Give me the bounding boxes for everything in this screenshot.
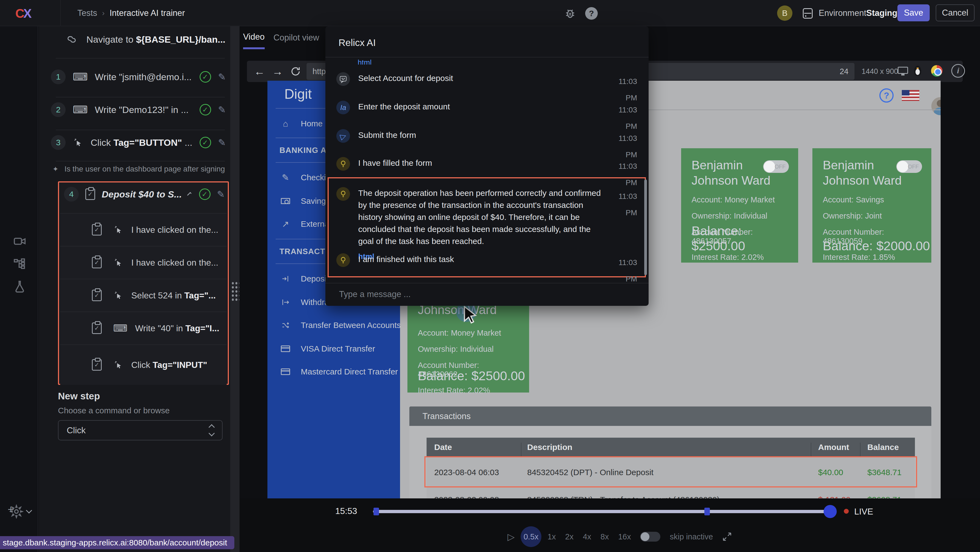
bank-nav-visa[interactable]: VISA Direct Transfer [267, 340, 400, 357]
timeline-marker[interactable] [374, 508, 379, 515]
clipboard-check-icon: ✓ [92, 290, 102, 301]
environment-value[interactable]: Staging [866, 0, 897, 26]
tx-description: 845320368 (TRN) - Transfer to Account (4… [527, 495, 720, 498]
breadcrumb-current: Interactive AI trainer [110, 8, 185, 18]
deposit-icon [280, 274, 291, 283]
speed-16x[interactable]: 16x [618, 532, 631, 541]
edit-icon[interactable]: ✎ [217, 189, 225, 200]
environment-icon [803, 8, 813, 19]
bank-user-avatar[interactable] [931, 97, 940, 115]
info-icon[interactable]: i [951, 64, 965, 78]
edit-icon[interactable]: ✎ [218, 104, 226, 115]
monitor-icon [898, 67, 908, 74]
col-date: Date [434, 443, 452, 452]
toggle-label: OFF [775, 164, 786, 170]
step-group-title: Deposit $40 to S... [102, 189, 182, 200]
interest-rate: Interest Rate: 2.02% [418, 386, 519, 395]
speed-0-5x[interactable]: 0.5x [520, 526, 541, 547]
chat-scrollbar[interactable] [644, 179, 647, 275]
speed-2x[interactable]: 2x [565, 532, 574, 541]
shuffle-icon [280, 321, 291, 329]
keyboard-icon: ⌨ [73, 71, 88, 83]
toggle-knob [764, 161, 775, 172]
camera-icon[interactable] [13, 234, 27, 248]
help-icon[interactable]: ? [585, 7, 598, 20]
check-glyph: ✓ [94, 361, 99, 369]
chat-input[interactable]: Type a message ... [339, 289, 411, 299]
speed-1x[interactable]: 1x [547, 532, 556, 541]
speed-8x[interactable]: 8x [600, 532, 609, 541]
bank-nav-mastercard[interactable]: Mastercard Direct Transfer [267, 363, 400, 380]
message-text: Submit the form [358, 129, 604, 143]
substep-row-3[interactable]: ✓ Select 524 in Tag="... [60, 279, 227, 311]
transaction-row[interactable]: 2023-08-03 00:08 845320368 (TRN) - Trans… [426, 487, 915, 498]
avatar[interactable]: B [777, 5, 792, 21]
account-holder-name: Benjamin Johnson Ward [692, 158, 773, 188]
substep-row-4[interactable]: ✓ ⌨ Write "40" in Tag="I... [60, 311, 227, 345]
home-icon: ⌂ [280, 119, 291, 129]
viewport-resolution: 1440 x 900 [862, 67, 898, 76]
flask-icon[interactable] [13, 279, 27, 294]
account-balance: Balance: $2500.00 [692, 223, 798, 253]
account-ownership: Ownership: Individual [692, 211, 788, 220]
external-link-icon: ↗ [280, 219, 291, 229]
save-button[interactable]: Save [897, 4, 930, 21]
step-navigate[interactable]: Navigate to ${BASE_URL}/ban... [66, 34, 225, 45]
keyboard-icon: ⌨ [113, 322, 127, 334]
fullscreen-icon[interactable] [722, 532, 732, 542]
timeline-marker[interactable] [705, 508, 710, 515]
step-row-1[interactable]: 1 ⌨ Write "jsmith@demo.i... ✓ ✎ [51, 70, 226, 84]
tab-copilot-view[interactable]: Copilot view [274, 26, 319, 49]
skip-inactive-toggle[interactable] [640, 532, 660, 542]
card-toggle[interactable]: OFF [763, 160, 789, 173]
bank-nav-transfer[interactable]: Transfer Between Accounts [267, 316, 400, 334]
assertion-row[interactable]: ✦ Is the user on the dashboard page afte… [52, 165, 229, 174]
chat-title: Relicx AI [339, 37, 376, 48]
step-row-4[interactable]: 4 ✓ Deposit $40 to S... ✓ ✎ [64, 187, 225, 202]
chevron-down-icon[interactable] [27, 508, 31, 513]
breadcrumb: Tests › Interactive AI trainer [77, 0, 185, 26]
add-icon[interactable]: + [8, 503, 14, 515]
bank-help-icon[interactable]: ? [880, 88, 894, 102]
message-text: Enter the deposit amount [358, 101, 604, 114]
html-link[interactable]: html [358, 59, 372, 65]
text-input-icon: Ia [336, 101, 350, 114]
step-row-2[interactable]: 2 ⌨ Write "Demo123!" in ... ✓ ✎ [51, 102, 226, 117]
timeline-slider[interactable] [373, 510, 835, 513]
edit-icon[interactable]: ✎ [218, 72, 226, 82]
interest-rate: Interest Rate: 2.02% [692, 253, 788, 262]
back-icon[interactable]: ← [254, 65, 265, 78]
substep-row-5[interactable]: ✓ Click Tag="INPUT" [60, 345, 227, 385]
play-icon[interactable]: ▷ [508, 531, 515, 542]
substep-row-2[interactable]: ✓ I have clicked on the... [60, 246, 227, 279]
substep-row-1[interactable]: ✓ I have clicked on the... [60, 213, 227, 246]
refresh-icon[interactable] [290, 66, 301, 77]
command-select[interactable]: Click [58, 420, 223, 440]
cancel-button[interactable]: Cancel [936, 4, 975, 21]
edit-icon[interactable]: ✎ [218, 137, 226, 148]
timeline-playhead[interactable] [824, 505, 837, 518]
flow-tree-icon[interactable] [13, 257, 27, 271]
clipboard-check-icon: ✓ [92, 359, 102, 371]
check-glyph: ✓ [94, 259, 99, 266]
lightbulb-icon [336, 187, 350, 201]
chat-message: Ia Enter the deposit amount 11:03PM [336, 101, 637, 114]
us-flag-icon[interactable] [902, 90, 919, 101]
card-toggle[interactable]: OFF [896, 160, 922, 173]
bug-icon[interactable] [563, 6, 577, 20]
chat-message: The deposit operation has been performed… [336, 187, 637, 261]
app-logo[interactable]: CX [15, 6, 30, 21]
click-cursor-icon [73, 137, 84, 148]
tab-video[interactable]: Video [243, 26, 265, 49]
step-number: 3 [51, 135, 65, 150]
clipboard-check-icon: ✓ [92, 257, 102, 268]
avatar-initial: B [782, 8, 788, 18]
breadcrumb-tests[interactable]: Tests [77, 8, 97, 18]
collapse-icon[interactable] [187, 192, 191, 196]
step-row-3[interactable]: 3 Click Tag="BUTTON" ... ✓ ✎ [51, 135, 226, 150]
click-cursor-icon [113, 290, 124, 301]
speed-4x[interactable]: 4x [583, 532, 591, 541]
tx-amount: $-131.00 [818, 495, 850, 498]
forward-icon[interactable]: → [272, 65, 283, 78]
question-glyph: ? [884, 91, 889, 101]
